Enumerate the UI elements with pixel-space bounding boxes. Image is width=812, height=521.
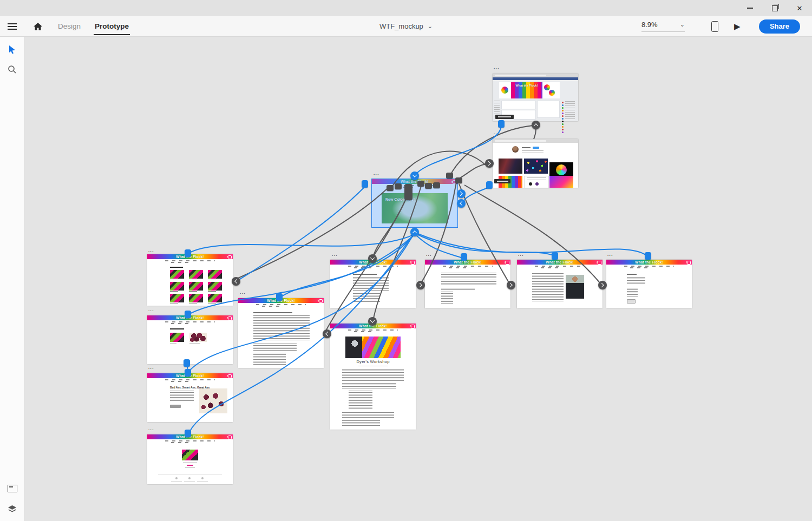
connection-handle[interactable] — [184, 359, 190, 367]
connection-plug[interactable] — [404, 184, 412, 200]
desktop-preview-button[interactable]: ▶ — [734, 16, 741, 36]
product-name-line — [183, 463, 197, 463]
artboard-policies-page[interactable]: What the Flock!f — [425, 260, 510, 308]
share-button[interactable]: Share — [759, 16, 800, 36]
artboard-name[interactable]: ... — [374, 171, 379, 176]
connection-handle[interactable] — [276, 293, 283, 301]
artboard-name[interactable]: ... — [148, 426, 154, 431]
divider — [158, 474, 222, 475]
connector-right[interactable] — [598, 281, 607, 289]
cover-title: What the Flock! — [511, 84, 542, 87]
artboard-home-page[interactable]: What the Flock! f New Colorways! — [372, 179, 457, 227]
artboard-single-product-page[interactable]: What the Flock!f — [147, 434, 233, 484]
connection-handle[interactable] — [645, 252, 651, 260]
friend-list-lines — [565, 101, 575, 121]
artboard-name[interactable]: ... — [148, 365, 154, 370]
artboard-about-page[interactable]: What the Flock!f — [517, 260, 603, 308]
artboard-name[interactable]: ... — [518, 252, 524, 257]
paragraph-heading — [353, 274, 377, 275]
artboard-name[interactable]: ... — [240, 290, 246, 295]
connection-plug[interactable] — [425, 183, 432, 189]
connector-left[interactable] — [323, 329, 331, 338]
document-title-menu[interactable]: WTF_mockup⌄ — [0, 16, 812, 36]
maximize-button[interactable] — [762, 0, 787, 16]
connector-left[interactable] — [232, 277, 240, 286]
feed-card — [501, 101, 536, 109]
instagram-photo-tile — [549, 162, 573, 177]
connection-plug[interactable] — [433, 182, 440, 188]
minimize-button[interactable] — [737, 0, 762, 16]
connector-right[interactable] — [416, 281, 425, 289]
connection-handle[interactable] — [185, 369, 191, 377]
instagram-icon — [228, 255, 232, 259]
artboard-name[interactable]: ... — [494, 65, 500, 70]
workshop-paragraph — [342, 369, 404, 381]
device-preview-button[interactable] — [711, 16, 718, 36]
connection-handle[interactable] — [552, 252, 558, 260]
close-button[interactable]: ✕ — [787, 0, 812, 16]
connector-down[interactable] — [410, 172, 419, 180]
section-heading — [170, 267, 183, 268]
connection-plug[interactable] — [417, 181, 424, 187]
artboard-name[interactable]: ... — [148, 307, 154, 312]
xd-window: ✕ Design Prototype WTF_mockup⌄ 8.9%⌄ ▶ S… — [0, 0, 812, 521]
connection-plug[interactable] — [446, 173, 453, 179]
zoom-level-dropdown[interactable]: 8.9%⌄ — [641, 16, 685, 36]
connection-handle[interactable] — [498, 120, 505, 128]
play-icon: ▶ — [734, 22, 741, 30]
artboard-contact-page[interactable]: What the Flock!f — [606, 260, 692, 308]
artboard-instagram-page[interactable] — [493, 139, 578, 188]
connection-handle[interactable] — [185, 311, 191, 318]
artboard-facebook-page[interactable]: What the Flock! — [493, 74, 578, 121]
artboard-extensions-page[interactable]: What the Flock!f — [147, 254, 233, 306]
connection-handle[interactable] — [185, 249, 191, 257]
artboard-product-detail-page[interactable]: What the Flock!f Bad Ass, Smart Ass, Gre… — [147, 373, 233, 422]
artboard-panel-button[interactable] — [0, 479, 24, 498]
connector-up[interactable] — [410, 228, 419, 236]
connector-right[interactable] — [485, 159, 494, 168]
product-thumb — [170, 333, 184, 342]
workshop-list — [349, 391, 372, 410]
connection-handle[interactable] — [362, 180, 368, 188]
product-price — [187, 465, 193, 466]
workshop-paragraph — [342, 383, 396, 388]
artboard-name[interactable]: ... — [332, 252, 338, 257]
artboard-name[interactable]: ... — [426, 252, 432, 257]
page-logo — [499, 82, 511, 98]
layers-panel-button[interactable] — [0, 499, 24, 519]
artboard-name[interactable]: ... — [148, 248, 154, 253]
window-titlebar: ✕ — [0, 0, 812, 16]
back-to-site-button[interactable] — [494, 179, 510, 183]
instagram-icon — [598, 261, 601, 265]
artboard-workshop-page[interactable]: What the Flock!f Dyer's Workshop — [330, 324, 416, 430]
artboard-events-page[interactable]: What the Flock!f — [238, 298, 324, 368]
connector-down[interactable] — [368, 254, 377, 263]
connection-plug[interactable] — [455, 177, 462, 183]
connection-plug[interactable] — [387, 185, 394, 191]
artboard-info-page[interactable]: What the Flock!f — [330, 260, 416, 308]
connection-plug[interactable] — [395, 183, 402, 189]
prototype-canvas[interactable] — [24, 36, 812, 521]
instagram-photo-tile — [549, 176, 573, 188]
artboard-name[interactable]: ... — [494, 130, 500, 135]
maximize-icon — [772, 5, 778, 11]
back-to-site-button[interactable] — [495, 115, 514, 119]
site-title: What the Flock! — [606, 260, 692, 264]
connector-left[interactable] — [457, 199, 466, 208]
connection-handle[interactable] — [486, 181, 493, 189]
events-lines — [253, 353, 286, 365]
instagram-icon — [228, 316, 232, 320]
workshop-paragraph — [342, 420, 380, 427]
connection-handle[interactable] — [461, 253, 467, 261]
connector-right[interactable] — [507, 281, 515, 289]
select-tool-button[interactable] — [0, 39, 24, 59]
artboard-name[interactable]: ... — [607, 252, 613, 257]
site-title: What the Flock! — [425, 260, 510, 264]
connector-right[interactable] — [457, 189, 466, 198]
site-title: What the Flock! — [517, 260, 603, 264]
connector-down[interactable] — [368, 317, 377, 326]
artboard-shop-category-page[interactable]: What the Flock!f — [147, 315, 233, 364]
connector-up[interactable] — [532, 121, 540, 129]
zoom-tool-button[interactable] — [0, 60, 24, 79]
connection-handle[interactable] — [185, 430, 191, 437]
